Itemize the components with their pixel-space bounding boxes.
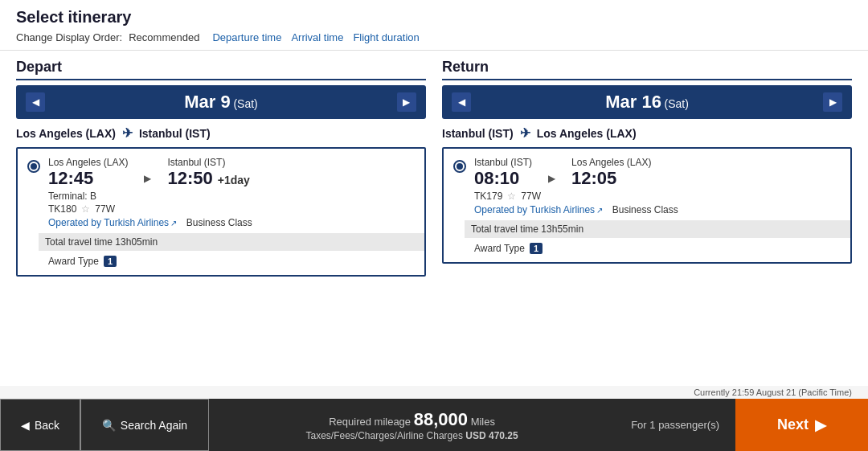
depart-route-arrow: ▶ <box>144 173 151 184</box>
return-star-icon: ☆ <box>507 191 516 202</box>
depart-date-nav: ◀ Mar 9 (Sat) ▶ <box>16 85 426 119</box>
return-prev-arrow-icon: ◀ <box>458 96 465 108</box>
return-operator-row: Operated by Turkish Airlines Business Cl… <box>474 203 841 215</box>
return-date-suffix: (Sat) <box>665 97 689 110</box>
return-to-label: Los Angeles (LAX) <box>537 127 637 140</box>
depart-route-line: Los Angeles (LAX) ✈ Istanbul (IST) <box>16 125 426 141</box>
depart-terminal: Terminal: B <box>48 191 415 202</box>
back-label: Back <box>35 419 59 432</box>
return-flight-card[interactable]: Istanbul (IST) 08:10 ▶ Los Angeles (LAX)… <box>442 147 852 264</box>
taxes-label: Taxes/Fees/Charges/Airline Charges <box>306 430 463 441</box>
depart-travel-time: Total travel time 13h05min <box>39 233 424 251</box>
depart-cabin: Business Class <box>186 217 252 228</box>
display-order-value: Recommended <box>129 31 199 43</box>
required-mileage-label: Required mileage <box>329 416 411 428</box>
return-next-arrow-icon: ▶ <box>829 96 837 108</box>
return-flight-info: Istanbul (IST) 08:10 ▶ Los Angeles (LAX)… <box>474 157 841 254</box>
back-button[interactable]: ◀ Back <box>0 399 80 451</box>
miles-value: 88,000 <box>414 409 468 429</box>
sort-links: Departure time Arrival time Flight durat… <box>212 31 419 43</box>
return-flight-num: TK179 <box>474 191 502 202</box>
depart-dest: Istanbul (IST) 12:50 +1day <box>167 157 250 189</box>
depart-award-badge: 1 <box>104 256 117 267</box>
depart-column: Depart ◀ Mar 9 (Sat) ▶ Los Angeles (LAX)… <box>16 59 426 378</box>
depart-radio-col <box>27 157 40 173</box>
main-content: Depart ◀ Mar 9 (Sat) ▶ Los Angeles (LAX)… <box>0 51 868 386</box>
depart-flight-route-row: Los Angeles (LAX) 12:45 ▶ Istanbul (IST)… <box>48 157 415 189</box>
depart-date-label: Mar 9 (Sat) <box>184 92 257 113</box>
required-mileage-line: Required mileage 88,000 Miles <box>209 409 615 430</box>
return-route-line: Istanbul (IST) ✈ Los Angeles (LAX) <box>442 125 852 141</box>
return-date-label: Mar 16 (Sat) <box>605 92 689 113</box>
return-travel-time: Total travel time 13h55min <box>465 220 850 238</box>
search-again-label: Search Again <box>121 419 187 432</box>
depart-flight-meta: TK180 ☆ 77W <box>48 203 415 215</box>
depart-title: Depart <box>16 59 426 80</box>
return-dest-time: 12:05 <box>571 168 651 189</box>
next-footer-arrow-icon: ▶ <box>815 416 826 434</box>
plane-icon-depart: ✈ <box>122 125 133 141</box>
depart-flight-card[interactable]: Los Angeles (LAX) 12:45 ▶ Istanbul (IST)… <box>16 147 426 277</box>
return-cabin: Business Class <box>612 204 678 215</box>
next-arrow-icon: ▶ <box>403 96 410 108</box>
depart-radio-btn[interactable] <box>27 160 40 173</box>
return-origin: Istanbul (IST) 08:10 <box>474 157 532 189</box>
search-icon: 🔍 <box>102 419 116 432</box>
page-title: Select itinerary <box>16 8 852 27</box>
return-radio-btn[interactable] <box>453 160 466 173</box>
depart-date-suffix: (Sat) <box>233 97 257 110</box>
return-flight-route-row: Istanbul (IST) 08:10 ▶ Los Angeles (LAX)… <box>474 157 841 189</box>
prev-arrow-icon: ◀ <box>32 96 39 108</box>
mileage-info: Required mileage 88,000 Miles Taxes/Fees… <box>209 409 615 441</box>
return-radio-col <box>453 157 466 173</box>
return-date-num: Mar 16 <box>605 92 661 112</box>
depart-from-label: Los Angeles (LAX) <box>16 127 116 140</box>
return-dest: Los Angeles (LAX) 12:05 <box>571 157 651 189</box>
depart-arrive-suffix: +1day <box>218 174 250 187</box>
display-order-row: Change Display Order: Recommended Depart… <box>16 31 852 43</box>
timestamp: Currently 21:59 August 21 (Pacific Time) <box>694 387 852 397</box>
return-from-label: Istanbul (IST) <box>442 127 514 140</box>
depart-dest-airport: Istanbul (IST) <box>167 157 250 168</box>
depart-operator-link[interactable]: Operated by Turkish Airlines <box>48 217 177 228</box>
depart-award-label: Award Type <box>48 256 99 267</box>
plane-icon-return: ✈ <box>520 125 530 141</box>
next-label: Next <box>777 416 809 433</box>
taxes-currency: USD <box>465 430 485 441</box>
return-award-type-row: Award Type 1 <box>474 243 841 254</box>
page: Select itinerary Change Display Order: R… <box>0 0 868 451</box>
depart-arrow-icon: ▶ <box>144 173 151 184</box>
sort-departure-time[interactable]: Departure time <box>212 31 281 43</box>
depart-flight-num: TK180 <box>48 203 76 215</box>
passenger-info: For 1 passenger(s) <box>615 419 735 431</box>
next-button[interactable]: Next ▶ <box>735 399 868 451</box>
miles-number: 88,000 <box>414 409 468 429</box>
sort-flight-duration[interactable]: Flight duration <box>353 31 419 43</box>
return-flight-meta: TK179 ☆ 77W <box>474 191 841 202</box>
depart-date-num: Mar 9 <box>184 92 230 112</box>
return-dest-airport: Los Angeles (LAX) <box>571 157 651 168</box>
return-arrow-icon: ▶ <box>548 173 555 184</box>
depart-next-btn[interactable]: ▶ <box>397 92 416 112</box>
depart-prev-btn[interactable]: ◀ <box>26 92 45 112</box>
taxes-line: Taxes/Fees/Charges/Airline Charges USD 4… <box>209 430 615 441</box>
return-next-btn[interactable]: ▶ <box>823 92 842 112</box>
return-route-arrow: ▶ <box>548 173 555 184</box>
back-arrow-icon: ◀ <box>21 419 30 432</box>
depart-operator-row: Operated by Turkish Airlines Business Cl… <box>48 216 415 228</box>
sort-arrival-time[interactable]: Arrival time <box>291 31 343 43</box>
return-origin-time: 08:10 <box>474 168 532 189</box>
depart-to-label: Istanbul (IST) <box>139 127 211 140</box>
depart-origin-airport: Los Angeles (LAX) <box>48 157 128 168</box>
display-order-label: Change Display Order: <box>16 31 122 43</box>
return-award-label: Award Type <box>474 243 525 254</box>
return-column: Return ◀ Mar 16 (Sat) ▶ Istanbul (IST) ✈… <box>442 59 852 378</box>
search-again-button[interactable]: 🔍 Search Again <box>80 399 209 451</box>
taxes-amount: 470.25 <box>489 430 518 441</box>
footer: ◀ Back 🔍 Search Again Required mileage 8… <box>0 399 868 451</box>
return-operator-link[interactable]: Operated by Turkish Airlines <box>474 204 603 215</box>
depart-star-icon: ☆ <box>81 203 90 215</box>
depart-arrive-time: 12:50 <box>167 168 212 188</box>
depart-flight-info: Los Angeles (LAX) 12:45 ▶ Istanbul (IST)… <box>48 157 415 267</box>
return-prev-btn[interactable]: ◀ <box>452 92 471 112</box>
